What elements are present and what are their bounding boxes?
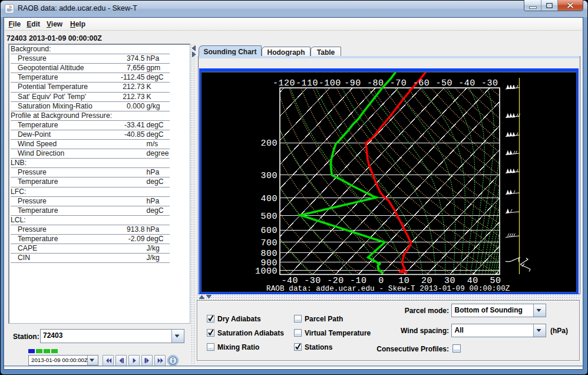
svg-text:500: 500 <box>260 212 278 222</box>
svg-text:RAOB data: adde.ucar.edu - Ske: RAOB data: adde.ucar.edu - Skew-T 2013-0… <box>266 285 510 292</box>
svg-text:-30: -30 <box>481 78 498 88</box>
svg-text:-50: -50 <box>435 78 452 88</box>
svg-text:-40: -40 <box>458 78 475 88</box>
svg-text:-110: -110 <box>296 78 318 88</box>
svg-text:-60: -60 <box>413 78 430 88</box>
svg-text:200: 200 <box>260 139 278 149</box>
svg-text:-80: -80 <box>367 78 384 88</box>
svg-text:1000: 1000 <box>255 267 278 277</box>
svg-text:-90: -90 <box>344 78 361 88</box>
svg-text:800: 800 <box>260 249 278 259</box>
svg-text:-70: -70 <box>390 78 407 88</box>
svg-text:400: 400 <box>260 194 278 204</box>
svg-text:300: 300 <box>260 171 278 181</box>
svg-text:600: 600 <box>260 226 278 236</box>
svg-text:700: 700 <box>260 238 278 248</box>
svg-text:-120: -120 <box>273 78 295 88</box>
svg-text:-100: -100 <box>319 78 341 88</box>
